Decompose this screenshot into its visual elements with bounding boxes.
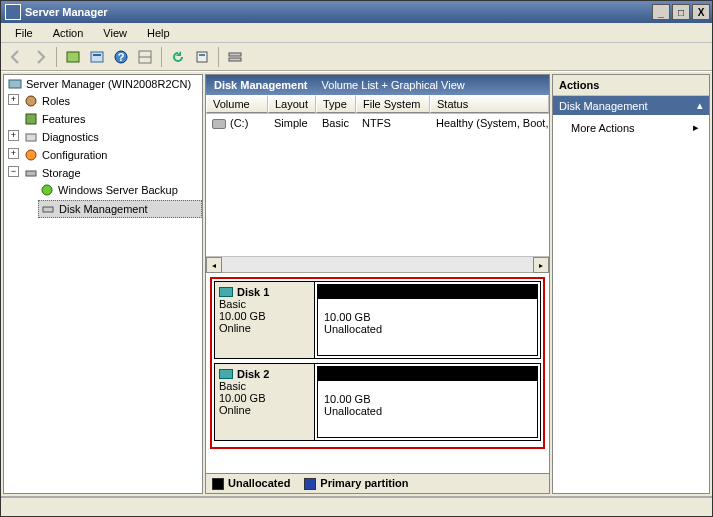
cell-fs: NTFS — [356, 116, 430, 130]
disk-kind: Basic — [219, 298, 310, 310]
disk-state: Online — [219, 322, 310, 334]
legend-unalloc-swatch — [212, 478, 224, 490]
tree-config-label: Configuration — [42, 149, 107, 161]
titlebar[interactable]: Server Manager _ □ X — [1, 1, 712, 23]
disk-row[interactable]: Disk 1 Basic 10.00 GB Online 10.00 GB Un… — [214, 281, 541, 359]
partition-unallocated[interactable]: 10.00 GB Unallocated — [317, 284, 538, 356]
partition-size: 10.00 GB — [324, 393, 531, 405]
svg-rect-7 — [197, 52, 207, 62]
more-actions[interactable]: More Actions ▸ — [553, 115, 709, 140]
tree-root[interactable]: Server Manager (WIN2008R2CN) — [6, 76, 202, 92]
menu-help[interactable]: Help — [137, 25, 180, 41]
legend-primary: Primary partition — [320, 477, 408, 489]
svg-rect-13 — [26, 114, 36, 124]
close-button[interactable]: X — [692, 4, 710, 20]
actions-section[interactable]: Disk Management ▴ — [553, 96, 709, 115]
tb-btn-5[interactable] — [224, 46, 246, 68]
partition-label: Unallocated — [324, 323, 531, 335]
window-title: Server Manager — [25, 6, 652, 18]
tb-btn-2[interactable] — [86, 46, 108, 68]
statusbar — [1, 496, 712, 516]
legend-primary-swatch — [304, 478, 316, 490]
drive-icon — [212, 119, 226, 129]
tree-storage[interactable]: Storage — [22, 165, 202, 181]
svg-rect-18 — [43, 207, 53, 212]
toolbar: ? — [1, 43, 712, 71]
tree-storage-label: Storage — [42, 167, 81, 179]
forward-button — [29, 46, 51, 68]
center-header: Disk Management Volume List + Graphical … — [206, 75, 549, 95]
partition-label: Unallocated — [324, 405, 531, 417]
svg-rect-9 — [229, 53, 241, 56]
disk-name: Disk 1 — [237, 286, 269, 298]
tree-wsb[interactable]: Windows Server Backup — [38, 182, 202, 198]
tree-roles[interactable]: Roles — [22, 93, 202, 109]
tree-roles-label: Roles — [42, 95, 70, 107]
tree-diskmgmt[interactable]: Disk Management — [38, 200, 202, 218]
tree-diag-label: Diagnostics — [42, 131, 99, 143]
svg-rect-1 — [91, 52, 103, 62]
actions-title: Actions — [553, 75, 709, 96]
center-subtitle: Volume List + Graphical View — [322, 79, 465, 91]
actions-section-label: Disk Management — [559, 100, 648, 112]
cell-volume: (C:) — [206, 116, 268, 130]
refresh-icon[interactable] — [167, 46, 189, 68]
svg-rect-0 — [67, 52, 79, 62]
legend: Unallocated Primary partition — [206, 473, 549, 493]
chevron-up-icon: ▴ — [697, 99, 703, 112]
col-volume[interactable]: Volume — [206, 95, 268, 113]
scroll-right-button[interactable]: ▸ — [533, 257, 549, 273]
tb-btn-3[interactable] — [134, 46, 156, 68]
svg-rect-8 — [199, 54, 205, 56]
svg-text:?: ? — [118, 51, 125, 63]
tree-features[interactable]: Features — [22, 111, 202, 127]
highlight-box: Disk 1 Basic 10.00 GB Online 10.00 GB Un… — [210, 277, 545, 449]
svg-rect-10 — [229, 58, 241, 61]
expander-roles[interactable]: + — [8, 94, 19, 105]
center-pane: Disk Management Volume List + Graphical … — [205, 74, 550, 494]
menubar: File Action View Help — [1, 23, 712, 43]
col-status[interactable]: Status — [430, 95, 549, 113]
cell-type: Basic — [316, 116, 356, 130]
scroll-left-button[interactable]: ◂ — [206, 257, 222, 273]
disk-state: Online — [219, 404, 310, 416]
col-layout[interactable]: Layout — [268, 95, 316, 113]
partition-stripe — [318, 285, 537, 299]
tree-root-label: Server Manager (WIN2008R2CN) — [26, 78, 191, 90]
col-type[interactable]: Type — [316, 95, 356, 113]
back-button — [5, 46, 27, 68]
app-icon — [5, 4, 21, 20]
disk-name: Disk 2 — [237, 368, 269, 380]
expander-diag[interactable]: + — [8, 130, 19, 141]
cell-layout: Simple — [268, 116, 316, 130]
volume-scrollbar[interactable]: ◂ ▸ — [206, 256, 549, 272]
tree-configuration[interactable]: Configuration — [22, 147, 202, 163]
partition-unallocated[interactable]: 10.00 GB Unallocated — [317, 366, 538, 438]
maximize-button[interactable]: □ — [672, 4, 690, 20]
cell-status: Healthy (System, Boot, Pa — [430, 116, 549, 130]
actions-pane: Actions Disk Management ▴ More Actions ▸ — [552, 74, 710, 494]
disk-row[interactable]: Disk 2 Basic 10.00 GB Online 10.00 GB Un… — [214, 363, 541, 441]
svg-point-15 — [26, 150, 36, 160]
volume-row[interactable]: (C:) Simple Basic NTFS Healthy (System, … — [206, 114, 549, 132]
tb-btn-4[interactable] — [191, 46, 213, 68]
col-fs[interactable]: File System — [356, 95, 430, 113]
svg-rect-2 — [93, 54, 101, 56]
tb-btn-1[interactable] — [62, 46, 84, 68]
disk-icon — [219, 369, 233, 379]
expander-storage[interactable]: − — [8, 166, 19, 177]
partition-stripe — [318, 367, 537, 381]
tree-diagnostics[interactable]: Diagnostics — [22, 129, 202, 145]
minimize-button[interactable]: _ — [652, 4, 670, 20]
menu-view[interactable]: View — [93, 25, 137, 41]
tree-pane[interactable]: Server Manager (WIN2008R2CN) + Roles — [3, 74, 203, 494]
tree-wsb-label: Windows Server Backup — [58, 184, 178, 196]
expander-config[interactable]: + — [8, 148, 19, 159]
menu-action[interactable]: Action — [43, 25, 94, 41]
disk-info: Disk 1 Basic 10.00 GB Online — [215, 282, 315, 358]
svg-point-12 — [26, 96, 36, 106]
server-manager-window: Server Manager _ □ X File Action View He… — [0, 0, 713, 517]
help-icon[interactable]: ? — [110, 46, 132, 68]
menu-file[interactable]: File — [5, 25, 43, 41]
column-headers: Volume Layout Type File System Status — [206, 95, 549, 114]
